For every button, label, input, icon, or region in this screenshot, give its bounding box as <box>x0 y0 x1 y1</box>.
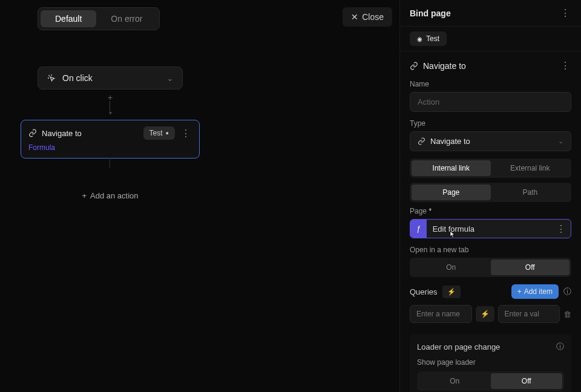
play-icon: ● <box>166 130 169 136</box>
panel-title: Bind page <box>410 8 451 18</box>
loader-title: Loader on page change <box>417 342 500 351</box>
seg-path[interactable]: Path <box>491 185 570 200</box>
tab-on-error[interactable]: On error <box>96 10 157 27</box>
info-icon[interactable]: ⓘ <box>563 286 571 297</box>
close-icon: ✕ <box>351 12 358 22</box>
queries-label: Queries <box>410 287 438 296</box>
query-value-input[interactable] <box>498 305 560 323</box>
add-item-button[interactable]: + Add item <box>511 284 559 299</box>
type-label: Type <box>410 119 571 128</box>
add-node-icon[interactable]: + <box>38 93 183 102</box>
newtab-segment: On Off <box>410 258 571 277</box>
panel-test-button[interactable]: ◉ Test <box>410 31 447 46</box>
panel-menu-icon[interactable]: ⋮ <box>559 7 571 19</box>
query-name-input[interactable] <box>410 305 472 323</box>
section-menu-icon[interactable]: ⋮ <box>559 60 571 71</box>
seg-internal-link[interactable]: Internal link <box>412 160 491 176</box>
action-test-button[interactable]: Test ● <box>143 126 175 140</box>
link-type-segment: Internal link External link <box>410 158 571 178</box>
properties-panel: Bind page ⋮ ◉ Test Navigate to ⋮ Name Ty… <box>399 0 581 392</box>
seg-page[interactable]: Page <box>412 185 491 200</box>
page-formula-input[interactable]: ƒ Edit formula ⋮ <box>410 219 571 238</box>
mode-tabs: Default On error <box>38 7 160 30</box>
name-input[interactable] <box>410 92 571 112</box>
section-title: Navigate to <box>423 61 466 71</box>
name-label: Name <box>410 80 571 88</box>
loader-on[interactable]: On <box>419 373 491 389</box>
action-menu-icon[interactable]: ⋮ <box>180 128 192 139</box>
bolt-icon[interactable]: ⚡ <box>442 286 461 298</box>
workflow-canvas: Default On error ✕ Close On click ⌄ + │ … <box>0 0 399 392</box>
newtab-on[interactable]: On <box>412 260 491 275</box>
chevron-down-icon: ⌄ <box>558 137 563 145</box>
chevron-down-icon: ⌄ <box>166 73 174 83</box>
trigger-label: On click <box>62 73 93 83</box>
plug-icon[interactable]: ⚡ <box>476 306 494 322</box>
info-icon[interactable]: ⓘ <box>556 341 564 352</box>
action-title: Navigate to <box>42 129 82 138</box>
loader-sub: Show page loader <box>417 358 564 367</box>
connector-2: │ <box>38 158 183 167</box>
newtab-off[interactable]: Off <box>491 260 570 275</box>
loader-off[interactable]: Off <box>491 373 563 389</box>
formula-text: Edit formula <box>427 224 551 234</box>
plus-icon: + <box>82 191 87 200</box>
link-icon <box>410 62 418 70</box>
action-node-navigate[interactable]: Navigate to Test ● ⋮ Formula <box>21 120 200 158</box>
seg-external-link[interactable]: External link <box>491 160 570 176</box>
formula-menu-icon[interactable]: ⋮ <box>551 223 571 235</box>
delete-query-icon[interactable]: 🗑 <box>563 310 571 319</box>
link-icon <box>418 137 425 145</box>
newtab-label: Open in a new tab <box>410 246 571 254</box>
trigger-node[interactable]: On click ⌄ <box>38 67 183 90</box>
type-select[interactable]: Navigate to ⌄ <box>410 131 571 151</box>
close-label: Close <box>362 12 384 22</box>
page-label: Page * <box>410 207 571 215</box>
target-segment: Page Path <box>410 183 571 202</box>
add-action-button[interactable]: + Add an action <box>38 191 183 200</box>
cursor-click-icon <box>47 73 56 83</box>
link-icon <box>28 129 37 137</box>
action-subtitle: Formula <box>28 143 192 152</box>
fx-icon: ƒ <box>410 220 427 238</box>
tab-default[interactable]: Default <box>41 10 96 27</box>
close-button[interactable]: ✕ Close <box>343 7 392 27</box>
loader-segment: On Off <box>417 371 564 391</box>
plus-icon: + <box>517 287 522 296</box>
play-circle-icon: ◉ <box>417 36 422 42</box>
connector: + │ ▾ <box>38 93 183 116</box>
